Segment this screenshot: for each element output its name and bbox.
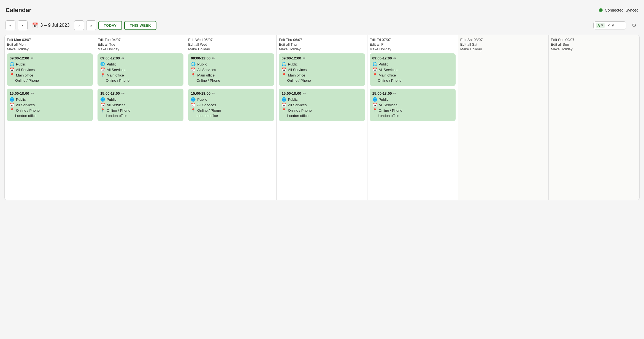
visibility-row-mon-1: 🌐Public <box>10 97 90 102</box>
prev-prev-button[interactable]: « <box>6 20 15 30</box>
edit-pencil-icon-thu-1[interactable]: ✏ <box>303 91 306 95</box>
visibility-row-tue-1: 🌐Public <box>100 97 181 102</box>
services-row-wed-1: 📅All Services <box>191 103 271 107</box>
day-column-thu: Edit Thu 06/07Edit all ThuMake Holiday09… <box>277 35 367 200</box>
day-edit-link-sat[interactable]: Edit Sat 08/07 <box>460 38 546 42</box>
day-edit-link-wed[interactable]: Edit Wed 05/07 <box>188 38 274 42</box>
time-slot-card-fri-0: 09:00-12:00✏🌐Public📅All Services📍Main of… <box>370 53 456 86</box>
time-label-tue-1: 15:00-18:00 <box>100 91 120 95</box>
today-button[interactable]: TODAY <box>98 21 122 30</box>
services-row-tue-1: 📅All Services <box>100 103 181 107</box>
filter-clear-button[interactable]: × <box>607 23 610 28</box>
edit-pencil-icon-wed-0[interactable]: ✏ <box>212 56 215 60</box>
day-edit-all-link-fri[interactable]: Edit all Fri <box>370 42 456 47</box>
time-slot-card-thu-1: 15:00-18:00✏🌐Public📅All Services📍Online … <box>279 89 365 121</box>
day-holiday-link-sun[interactable]: Make Holiday <box>551 47 637 51</box>
day-edit-all-link-wed[interactable]: Edit all Wed <box>188 42 274 47</box>
next-next-button[interactable]: » <box>86 20 96 30</box>
visibility-text-wed-1: Public <box>197 97 207 102</box>
services-row-fri-1: 📅All Services <box>372 103 453 107</box>
sublocation-text-fri-0: Online / Phone <box>372 78 453 83</box>
connection-status-text: Connected, Synced <box>605 8 638 12</box>
visibility-text-mon-1: Public <box>16 97 26 102</box>
status-dot <box>599 8 603 12</box>
day-header-wed: Edit Wed 05/07Edit all WedMake Holiday <box>188 38 274 51</box>
filter-tag-label: A <box>597 23 600 28</box>
day-edit-all-link-tue[interactable]: Edit all Tue <box>98 42 183 47</box>
location-row-tue-0: 📍Main office <box>100 73 181 77</box>
day-header-sat: Edit Sat 08/07Edit all SatMake Holiday <box>460 38 546 51</box>
edit-pencil-icon-fri-0[interactable]: ✏ <box>393 56 396 60</box>
time-slot-header-mon-0: 09:00-12:00✏ <box>10 56 90 60</box>
location-row-wed-1: 📍Online / Phone <box>191 108 271 113</box>
calendar-services-icon-tue-1: 📅 <box>100 103 105 107</box>
day-edit-all-link-thu[interactable]: Edit all Thu <box>279 42 365 47</box>
calendar-container: Edit Mon 03/07Edit all MonMake Holiday09… <box>4 35 640 200</box>
time-slot-card-mon-0: 09:00-12:00✏🌐Public📅All Services📍Main of… <box>7 53 93 86</box>
services-text-wed-0: All Services <box>197 68 216 72</box>
time-label-fri-1: 15:00-18:00 <box>372 91 392 95</box>
day-column-wed: Edit Wed 05/07Edit all WedMake Holiday09… <box>186 35 277 200</box>
edit-pencil-icon-thu-0[interactable]: ✏ <box>303 56 306 60</box>
day-edit-link-sun[interactable]: Edit Sun 09/07 <box>551 38 637 42</box>
edit-pencil-icon-wed-1[interactable]: ✏ <box>212 91 215 95</box>
time-label-thu-0: 09:00-12:00 <box>282 56 301 60</box>
location-row-tue-1: 📍Online / Phone <box>100 108 181 113</box>
time-slot-header-mon-1: 15:00-18:00✏ <box>10 91 90 95</box>
time-label-tue-0: 09:00-12:00 <box>100 56 120 60</box>
calendar-services-icon-mon-0: 📅 <box>10 67 14 72</box>
calendar-services-icon-mon-1: 📅 <box>10 103 14 107</box>
edit-pencil-icon-mon-0[interactable]: ✏ <box>31 56 34 60</box>
visibility-row-tue-0: 🌐Public <box>100 62 181 66</box>
location-text-fri-0: Main office <box>379 73 396 77</box>
time-slot-card-mon-1: 15:00-18:00✏🌐Public📅All Services📍Online … <box>7 89 93 121</box>
time-slot-header-tue-0: 09:00-12:00✏ <box>100 56 181 60</box>
filter-tag-close-button[interactable]: × <box>601 23 603 27</box>
location-icon-mon-0: 📍 <box>10 73 14 77</box>
filter-options-button[interactable]: ⚙ <box>630 21 638 30</box>
services-text-thu-0: All Services <box>288 68 307 72</box>
time-slot-header-fri-1: 15:00-18:00✏ <box>372 91 453 95</box>
time-label-wed-0: 09:00-12:00 <box>191 56 210 60</box>
connection-status-area: Connected, Synced <box>599 8 638 12</box>
edit-pencil-icon-tue-0[interactable]: ✏ <box>121 56 125 60</box>
day-edit-all-link-sun[interactable]: Edit all Sun <box>551 42 637 47</box>
day-holiday-link-wed[interactable]: Make Holiday <box>188 47 274 51</box>
day-edit-link-mon[interactable]: Edit Mon 03/07 <box>7 38 93 42</box>
time-slot-card-wed-1: 15:00-18:00✏🌐Public📅All Services📍Online … <box>188 89 274 121</box>
time-label-thu-1: 15:00-18:00 <box>282 91 301 95</box>
date-range-text: 3 – 9 Jul 2023 <box>40 23 70 28</box>
prev-button[interactable]: ‹ <box>18 20 28 30</box>
edit-pencil-icon-tue-1[interactable]: ✏ <box>121 91 125 95</box>
this-week-button[interactable]: THIS WEEK <box>124 21 156 30</box>
location-text-mon-0: Main office <box>16 73 33 77</box>
day-header-sun: Edit Sun 09/07Edit all SunMake Holiday <box>551 38 637 51</box>
day-edit-all-link-mon[interactable]: Edit all Mon <box>7 42 93 47</box>
edit-pencil-icon-mon-1[interactable]: ✏ <box>31 91 34 95</box>
location-text-mon-1: Online / Phone <box>16 108 40 113</box>
edit-pencil-icon-fri-1[interactable]: ✏ <box>393 91 396 95</box>
location-text-tue-1: Online / Phone <box>107 108 130 113</box>
day-holiday-link-thu[interactable]: Make Holiday <box>279 47 365 51</box>
services-text-mon-1: All Services <box>16 103 35 107</box>
day-holiday-link-fri[interactable]: Make Holiday <box>370 47 456 51</box>
day-edit-link-tue[interactable]: Edit Tue 04/07 <box>98 38 183 42</box>
day-holiday-link-tue[interactable]: Make Holiday <box>98 47 183 51</box>
time-label-fri-0: 09:00-12:00 <box>372 56 392 60</box>
calendar-services-icon-wed-1: 📅 <box>191 103 196 107</box>
day-edit-link-thu[interactable]: Edit Thu 06/07 <box>279 38 365 42</box>
day-column-mon: Edit Mon 03/07Edit all MonMake Holiday09… <box>5 35 95 200</box>
time-slot-card-fri-1: 15:00-18:00✏🌐Public📅All Services📍Online … <box>370 89 456 121</box>
visibility-text-wed-0: Public <box>197 62 207 66</box>
app-header: Calendar Connected, Synced <box>4 4 640 18</box>
visibility-row-fri-1: 🌐Public <box>372 97 453 102</box>
day-holiday-link-mon[interactable]: Make Holiday <box>7 47 93 51</box>
sublocation-text-tue-0: Online / Phone <box>100 78 181 83</box>
services-text-tue-1: All Services <box>107 103 125 107</box>
day-edit-link-fri[interactable]: Edit Fri 07/07 <box>370 38 456 42</box>
day-edit-all-link-sat[interactable]: Edit all Sat <box>460 42 546 47</box>
day-holiday-link-sat[interactable]: Make Holiday <box>460 47 546 51</box>
filter-chevron-button[interactable]: ∨ <box>611 23 614 28</box>
globe-icon-tue-0: 🌐 <box>100 62 105 66</box>
next-button[interactable]: › <box>74 20 84 30</box>
